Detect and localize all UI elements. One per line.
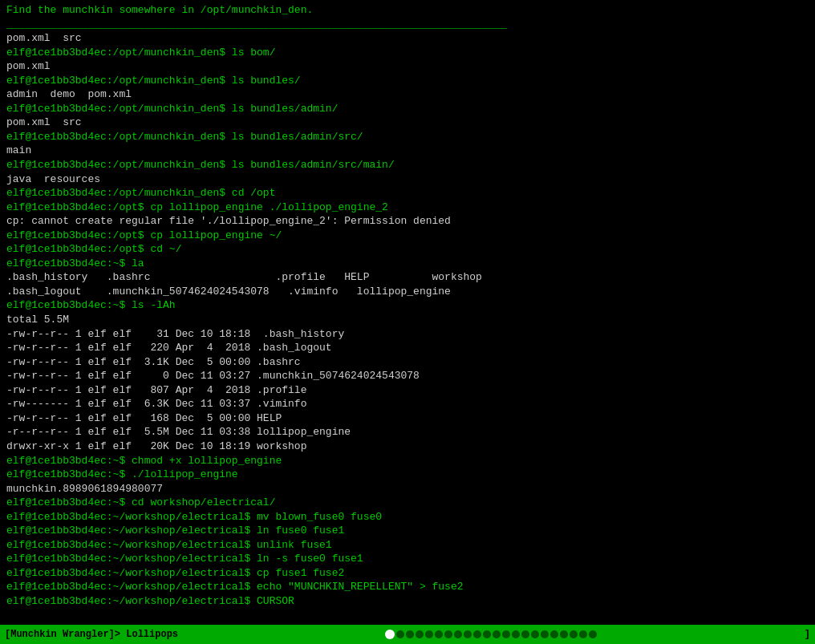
terminal-line: ________________________________________… bbox=[6, 18, 809, 32]
terminal-line: main bbox=[6, 144, 809, 158]
terminal-line: pom.xml src bbox=[6, 31, 809, 46]
terminal-line: elf@1ce1bb3bd4ec:~/workshop/electrical$ … bbox=[6, 538, 809, 553]
terminal-line: elf@1ce1bb3bd4ec:/opt/munchkin_den$ ls b… bbox=[6, 130, 809, 144]
terminal-output[interactable]: Find the munchkin somewhere in /opt/munc… bbox=[0, 0, 815, 625]
terminal-line: -rw-r--r-- 1 elf elf 31 Dec 10 18:18 .ba… bbox=[6, 327, 809, 342]
status-dot bbox=[483, 630, 491, 638]
status-dot bbox=[512, 630, 520, 638]
terminal-line: -rw------- 1 elf elf 6.3K Dec 11 03:37 .… bbox=[6, 397, 809, 411]
terminal-line: -rw-r--r-- 1 elf elf 807 Apr 4 2018 .pro… bbox=[6, 383, 809, 398]
terminal-line: -rw-r--r-- 1 elf elf 3.1K Dec 5 00:00 .b… bbox=[6, 355, 809, 370]
terminal-line: elf@1ce1bb3bd4ec:/opt/munchkin_den$ ls b… bbox=[6, 158, 809, 172]
status-dot bbox=[425, 630, 433, 638]
terminal-line: -rw-r--r-- 1 elf elf 168 Dec 5 00:00 HEL… bbox=[6, 411, 809, 426]
terminal-line: elf@1ce1bb3bd4ec:~$ la bbox=[6, 257, 809, 271]
terminal-line: total 5.5M bbox=[6, 313, 809, 327]
status-dot bbox=[550, 630, 558, 638]
terminal-line: .bash_history .bashrc .profile HELP work… bbox=[6, 270, 809, 285]
terminal-line: elf@1ce1bb3bd4ec:~/workshop/electrical$ … bbox=[6, 510, 809, 525]
status-dot bbox=[464, 630, 472, 638]
status-dot bbox=[406, 630, 414, 638]
terminal-line: cp: cannot create regular file './lollip… bbox=[6, 214, 809, 229]
terminal-window: Find the munchkin somewhere in /opt/munc… bbox=[0, 0, 815, 644]
status-dot bbox=[570, 630, 578, 638]
terminal-line: elf@1ce1bb3bd4ec:/opt/munchkin_den$ ls b… bbox=[6, 102, 809, 116]
terminal-line: java resources bbox=[6, 172, 809, 187]
terminal-line: elf@1ce1bb3bd4ec:~/workshop/electrical$ … bbox=[6, 552, 809, 566]
status-dot bbox=[560, 630, 568, 638]
terminal-line: drwxr-xr-x 1 elf elf 20K Dec 10 18:19 wo… bbox=[6, 439, 809, 454]
terminal-line: elf@1ce1bb3bd4ec:/opt$ cp lollipop_engin… bbox=[6, 200, 809, 215]
status-dot bbox=[541, 630, 549, 638]
status-dots bbox=[178, 630, 805, 639]
terminal-line: elf@1ce1bb3bd4ec:/opt$ cd ~/ bbox=[6, 242, 809, 257]
status-dot bbox=[521, 630, 529, 638]
status-dot bbox=[454, 630, 462, 638]
terminal-line: -r--r--r-- 1 elf elf 5.5M Dec 11 03:38 l… bbox=[6, 425, 809, 439]
terminal-line: -rw-r--r-- 1 elf elf 220 Apr 4 2018 .bas… bbox=[6, 341, 809, 355]
terminal-line: munchkin.8989061894980077 bbox=[6, 482, 809, 496]
status-dot bbox=[385, 630, 395, 639]
terminal-line: .bash_logout .munchkin_5074624024543078 … bbox=[6, 285, 809, 299]
terminal-line: elf@1ce1bb3bd4ec:~/workshop/electrical$ … bbox=[6, 580, 809, 594]
terminal-line: elf@1ce1bb3bd4ec:~$ chmod +x lollipop_en… bbox=[6, 454, 809, 468]
terminal-line: elf@1ce1bb3bd4ec:~/workshop/electrical$ … bbox=[6, 566, 809, 581]
terminal-line: admin demo pom.xml bbox=[6, 87, 809, 102]
status-left: [Munchkin Wrangler]> Lollipops bbox=[5, 629, 178, 640]
status-dot bbox=[473, 630, 481, 638]
status-dot bbox=[589, 630, 597, 638]
terminal-line: elf@1ce1bb3bd4ec:~$ cd workshop/electric… bbox=[6, 496, 809, 510]
terminal-line: -rw-r--r-- 1 elf elf 0 Dec 11 03:27 .mun… bbox=[6, 369, 809, 383]
terminal-line: elf@1ce1bb3bd4ec:~$ ls -lAh bbox=[6, 298, 809, 313]
terminal-line: elf@1ce1bb3bd4ec:/opt/munchkin_den$ cd /… bbox=[6, 186, 809, 200]
status-dot bbox=[435, 630, 443, 638]
terminal-status-bar: [Munchkin Wrangler]> Lollipops ] bbox=[0, 625, 815, 644]
status-dot bbox=[493, 630, 501, 638]
status-dot bbox=[444, 630, 452, 638]
status-dot bbox=[579, 630, 587, 638]
terminal-line: elf@1ce1bb3bd4ec:~/workshop/electrical$ … bbox=[6, 594, 809, 609]
terminal-line: elf@1ce1bb3bd4ec:/opt/munchkin_den$ ls b… bbox=[6, 74, 809, 88]
terminal-line: Find the munchkin somewhere in /opt/munc… bbox=[6, 3, 809, 18]
status-dot bbox=[502, 630, 510, 638]
status-dot bbox=[531, 630, 539, 638]
terminal-line: elf@1ce1bb3bd4ec:~$ ./lollipop_engine bbox=[6, 468, 809, 482]
terminal-line: elf@1ce1bb3bd4ec:/opt$ cp lollipop_engin… bbox=[6, 229, 809, 243]
status-right: ] bbox=[805, 629, 810, 640]
terminal-line: elf@1ce1bb3bd4ec:/opt/munchkin_den$ ls b… bbox=[6, 46, 809, 60]
terminal-line: pom.xml src bbox=[6, 115, 809, 130]
status-dot bbox=[396, 630, 404, 638]
terminal-line: pom.xml bbox=[6, 59, 809, 74]
status-dot bbox=[416, 630, 424, 638]
terminal-line: elf@1ce1bb3bd4ec:~/workshop/electrical$ … bbox=[6, 524, 809, 538]
